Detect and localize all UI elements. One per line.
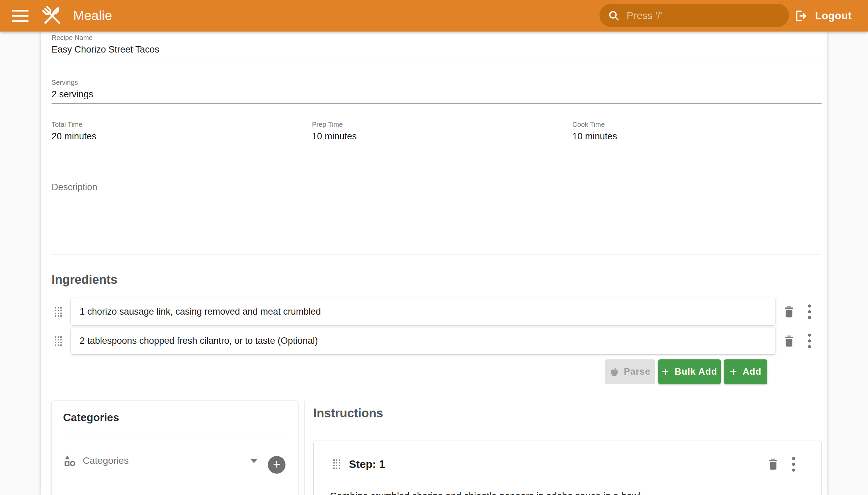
delete-ingredient-button[interactable]: [783, 305, 795, 319]
trash-icon: [767, 458, 779, 471]
logout-icon: [794, 9, 807, 23]
step-menu-button[interactable]: [787, 457, 800, 472]
categories-select[interactable]: Categories: [63, 454, 260, 475]
plus-icon: +: [273, 458, 280, 471]
ingredient-input[interactable]: [80, 307, 767, 317]
add-category-button[interactable]: +: [268, 456, 286, 474]
ingredient-row: [52, 298, 821, 325]
add-ingredient-button[interactable]: + Add: [724, 359, 767, 384]
instructions-column: Instructions Step: 1: [305, 401, 821, 495]
instructions-section-title: Instructions: [313, 406, 821, 421]
bulk-add-label: Bulk Add: [675, 366, 717, 377]
search-input[interactable]: [599, 4, 789, 27]
recipe-name-input[interactable]: [52, 45, 821, 55]
kebab-icon: [792, 457, 795, 460]
logout-label: Logout: [815, 10, 852, 22]
ingredient-menu-button[interactable]: [803, 334, 815, 348]
ingredient-input-card: [71, 327, 776, 354]
add-label: Add: [743, 366, 761, 377]
cook-time-input[interactable]: [572, 131, 821, 142]
apple-icon: [610, 367, 619, 377]
plus-icon: +: [662, 366, 669, 378]
logout-button[interactable]: Logout: [794, 0, 852, 32]
servings-label: Servings: [52, 79, 821, 86]
ingredient-input[interactable]: [80, 336, 767, 346]
cook-time-label: Cook Time: [572, 121, 821, 129]
bulk-add-button[interactable]: + Bulk Add: [658, 359, 721, 384]
delete-step-button[interactable]: [767, 457, 779, 472]
mealie-logo-icon: [40, 4, 64, 28]
categories-card: Categories Categories: [52, 401, 298, 495]
shapes-icon: [63, 454, 76, 467]
categories-card-title: Categories: [63, 411, 286, 424]
step-title: Step: 1: [349, 458, 385, 471]
description-field[interactable]: Description: [52, 182, 821, 255]
app-bar: Mealie Logout: [0, 0, 868, 32]
drag-handle-icon[interactable]: [55, 336, 62, 346]
times-row: Total Time Prep Time Cook Time: [52, 121, 821, 150]
recipe-card: Recipe Name Servings Total Time Prep Tim…: [41, 32, 827, 495]
lower-columns: Categories Categories: [52, 401, 821, 495]
total-time-input[interactable]: [52, 131, 301, 142]
trash-icon: [783, 306, 795, 318]
servings-input[interactable]: [52, 89, 821, 100]
ingredient-list: [52, 298, 821, 354]
trash-icon: [783, 335, 795, 347]
delete-ingredient-button[interactable]: [783, 334, 795, 348]
search-field[interactable]: [627, 10, 781, 21]
prep-time-field: Prep Time: [312, 121, 561, 150]
servings-field: Servings: [52, 79, 821, 104]
total-time-field: Total Time: [52, 121, 301, 150]
ingredient-input-card: [71, 298, 776, 325]
divider: [63, 433, 286, 433]
search-icon: [608, 10, 620, 22]
categories-select-label: Categories: [83, 455, 129, 466]
description-label: Description: [52, 182, 821, 192]
kebab-icon: [808, 305, 811, 308]
prep-time-label: Prep Time: [312, 121, 561, 129]
categories-column: Categories Categories: [52, 401, 298, 495]
parse-button[interactable]: Parse: [605, 359, 655, 384]
chevron-down-icon: [250, 459, 258, 463]
step-text[interactable]: Combine crumbled chorizo and chipotle pe…: [330, 489, 800, 495]
app-title: Mealie: [73, 8, 112, 23]
recipe-name-field: Recipe Name: [52, 32, 821, 59]
plus-icon: +: [730, 366, 737, 378]
recipe-name-label: Recipe Name: [52, 34, 821, 42]
mealie-recipe-editor: Mealie Logout Recipe Name Servings: [0, 0, 868, 495]
ingredients-section-title: Ingredients: [52, 273, 821, 287]
ingredient-menu-button[interactable]: [803, 305, 815, 319]
cook-time-field: Cook Time: [572, 121, 821, 150]
ingredient-row: [52, 327, 821, 354]
drag-handle-icon[interactable]: [55, 307, 62, 317]
parse-label: Parse: [624, 366, 651, 377]
kebab-icon: [808, 334, 811, 337]
prep-time-input[interactable]: [312, 131, 561, 142]
total-time-label: Total Time: [52, 121, 301, 129]
drag-handle-icon[interactable]: [333, 459, 341, 469]
hamburger-menu-icon[interactable]: [12, 10, 29, 22]
step-card: Step: 1 Combine cr: [313, 440, 821, 495]
ingredient-actions: Parse + Bulk Add + Add: [52, 359, 767, 384]
